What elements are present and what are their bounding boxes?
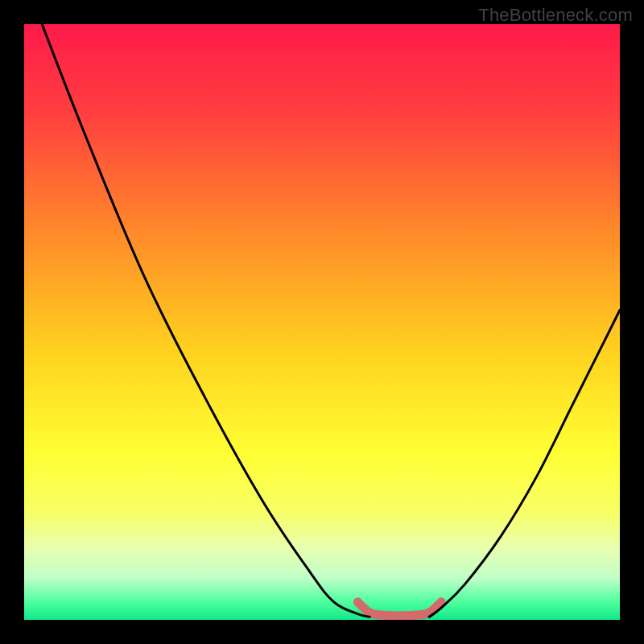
optimal-zone-curve [357, 602, 441, 616]
bottleneck-curve-right [429, 310, 620, 617]
watermark-text: TheBottleneck.com [478, 5, 633, 26]
bottleneck-curve-left [42, 24, 369, 617]
chart-curves [24, 24, 620, 620]
chart-plot-area [24, 24, 620, 620]
